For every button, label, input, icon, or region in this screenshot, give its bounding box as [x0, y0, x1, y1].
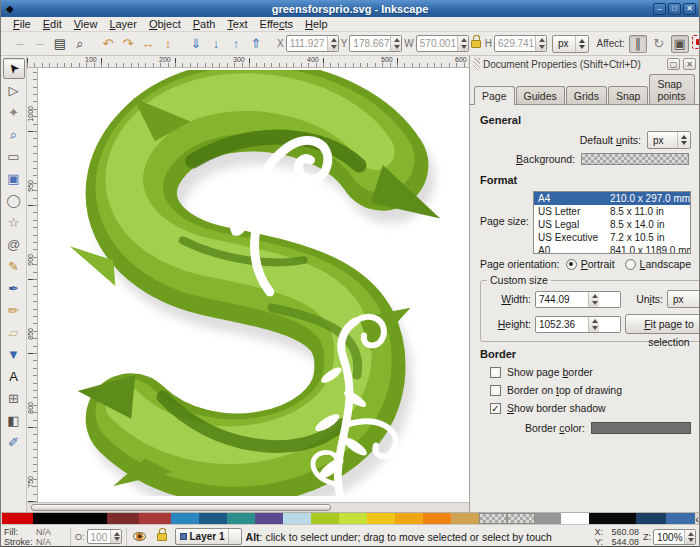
tab-page[interactable]: Page: [474, 86, 515, 105]
spinner-arrows-icon[interactable]: [535, 36, 546, 51]
swatch-orange[interactable]: [423, 513, 451, 524]
node-tool[interactable]: ▷: [3, 80, 25, 101]
raise-button[interactable]: ↑: [227, 35, 245, 53]
affect-move-toggle[interactable]: ∥: [629, 35, 647, 53]
menu-path[interactable]: Path: [187, 17, 222, 32]
fit-page-button[interactable]: Fit page to selection: [625, 314, 699, 334]
gradient-tool[interactable]: ◧: [3, 410, 25, 431]
tab-guides[interactable]: Guides: [516, 86, 565, 104]
page-size-row[interactable]: A0841.0 x 1189.0 mm: [534, 244, 691, 254]
swatch-navy[interactable]: [636, 513, 666, 524]
background-color-swatch[interactable]: [581, 153, 689, 165]
swatch-steel-blue[interactable]: [666, 513, 696, 524]
h-field-input[interactable]: 629.741: [494, 35, 547, 52]
select-all-button[interactable]: ‒: [11, 35, 29, 53]
horizontal-scrollbar-thumb[interactable]: [31, 504, 331, 511]
swatch-blue[interactable]: [171, 513, 199, 524]
width-field[interactable]: 744.09: [535, 291, 621, 308]
dialog-grip-icon[interactable]: [473, 58, 480, 70]
layer-lock-button[interactable]: [153, 528, 171, 546]
border-check-label[interactable]: Show border shadow: [507, 402, 606, 414]
pencil-tool[interactable]: ✎: [3, 256, 25, 277]
swatch-checker-1[interactable]: [479, 513, 507, 524]
swatch-amber[interactable]: [395, 513, 423, 524]
canvas-viewport[interactable]: [38, 68, 469, 502]
swatch-yellow-green[interactable]: [311, 513, 339, 524]
swatch-red[interactable]: [2, 513, 33, 524]
horizontal-scrollbar[interactable]: [27, 502, 469, 512]
swatch-purple[interactable]: [255, 513, 283, 524]
select-all-in-all-layers-button[interactable]: ▤: [51, 35, 69, 53]
palette-scroll-left-icon[interactable]: ‹: [695, 513, 699, 524]
y-field-input[interactable]: 178.667: [349, 35, 402, 52]
menu-file[interactable]: File: [7, 17, 37, 32]
swatch-gray[interactable]: [535, 513, 561, 524]
raise-to-top-button[interactable]: ⇑: [247, 35, 265, 53]
checkbox-unchecked-icon[interactable]: [490, 367, 501, 378]
swatch-black[interactable]: [33, 513, 108, 524]
checkbox-unchecked-icon[interactable]: [490, 385, 501, 396]
close-button[interactable]: ✕: [683, 3, 696, 15]
landscape-label[interactable]: Landscape: [640, 258, 691, 270]
flip-horizontal-button[interactable]: ↔: [139, 35, 157, 53]
page-size-row[interactable]: US Legal8.5 x 14.0 in: [534, 218, 691, 231]
selector-tool[interactable]: ➤: [3, 58, 25, 79]
box3d-tool[interactable]: ▣: [3, 168, 25, 189]
w-field[interactable]: W570.001: [404, 35, 468, 52]
dialog-dock-button[interactable]: ▢: [667, 58, 680, 70]
menu-object[interactable]: Object: [143, 17, 187, 32]
lower-to-bottom-button[interactable]: ⇓: [187, 35, 205, 53]
spinner-arrows-icon[interactable]: [588, 292, 599, 307]
layer-visibility-button[interactable]: [131, 528, 149, 546]
horizontal-ruler[interactable]: 100200300400500600: [27, 56, 469, 68]
layer-combo[interactable]: Layer 1: [175, 528, 242, 545]
menu-text[interactable]: Text: [221, 17, 253, 32]
swatch-checker-2[interactable]: [507, 513, 535, 524]
connector-tool[interactable]: ⊞: [3, 388, 25, 409]
units-combo[interactable]: px: [552, 35, 589, 53]
tab-snap-points[interactable]: Snap points: [649, 74, 695, 104]
bucket-tool[interactable]: ▼: [3, 344, 25, 365]
page-size-row[interactable]: US Executive7.2 x 10.5 in: [534, 231, 691, 244]
flip-vertical-button[interactable]: ↕: [159, 35, 177, 53]
pen-tool[interactable]: ✒: [3, 278, 25, 299]
opacity-field[interactable]: 100: [87, 529, 122, 544]
swatch-brick[interactable]: [139, 513, 171, 524]
menu-effects[interactable]: Effects: [254, 17, 299, 32]
portrait-radio[interactable]: [566, 259, 577, 270]
fill-stroke-indicator[interactable]: Fill: N/A Stroke: N/A: [4, 527, 66, 547]
y-field[interactable]: Y178.667: [341, 35, 403, 52]
menu-layer[interactable]: Layer: [103, 17, 143, 32]
spinner-arrows-icon[interactable]: [327, 36, 338, 51]
landscape-radio[interactable]: [625, 259, 636, 270]
x-field[interactable]: X111.927: [277, 35, 339, 52]
rotate-ccw-button[interactable]: ↶: [99, 35, 117, 53]
swatch-light-blue[interactable]: [283, 513, 311, 524]
swatch-maroon[interactable]: [107, 513, 139, 524]
spinner-arrows-icon[interactable]: [684, 530, 695, 544]
width-height-lock-icon[interactable]: [471, 40, 481, 48]
swatch-teal[interactable]: [227, 513, 255, 524]
swatch-yellow[interactable]: [367, 513, 395, 524]
border-check-label[interactable]: Show page border: [507, 366, 593, 378]
tab-grids[interactable]: Grids: [566, 86, 607, 104]
deselect-button[interactable]: ⌕: [71, 35, 89, 53]
calligraphy-tool[interactable]: ✏: [3, 300, 25, 321]
tab-snap[interactable]: Snap: [608, 86, 649, 104]
deselect-all-button[interactable]: ‒: [31, 35, 49, 53]
page-size-row[interactable]: US Letter8.5 x 11.0 in: [534, 205, 691, 218]
swatch-dark-blue[interactable]: [199, 513, 227, 524]
menu-help[interactable]: Help: [299, 17, 334, 32]
title-bar[interactable]: ◆ greensforsprio.svg - Inkscape – □ ✕: [1, 0, 699, 17]
x-field-input[interactable]: 111.927: [286, 35, 339, 52]
menu-view[interactable]: View: [68, 17, 104, 32]
affect-scale-stroke-toggle[interactable]: ▣: [671, 35, 689, 53]
page-size-row[interactable]: A4210.0 x 297.0 mm: [534, 192, 691, 205]
spinner-arrows-icon[interactable]: [390, 36, 401, 51]
w-field-input[interactable]: 570.001: [416, 35, 469, 52]
minimize-button[interactable]: –: [653, 3, 666, 15]
tweak-tool[interactable]: ✦: [3, 102, 25, 123]
custom-units-combo[interactable]: px: [667, 290, 699, 308]
affect-transform-toggle[interactable]: ↻: [650, 35, 668, 53]
ellipse-tool[interactable]: ◯: [3, 190, 25, 211]
